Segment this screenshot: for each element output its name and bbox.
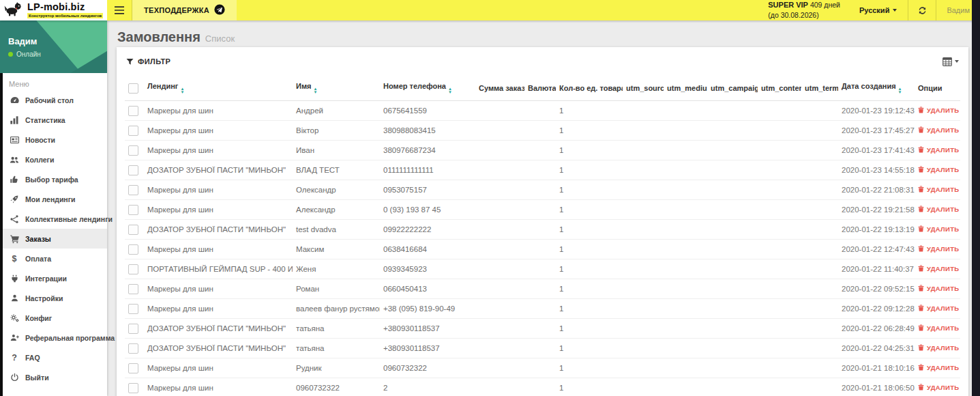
cell-utm-source: [623, 121, 664, 141]
sidebar-item-label: Коллективные лендинги: [25, 215, 113, 223]
delete-button[interactable]: УДАЛИТЬ: [918, 166, 959, 173]
sidebar-item-cart[interactable]: Заказы: [0, 229, 107, 249]
trash-icon: [918, 126, 924, 133]
cell-name: ВЛАД ТЕСТ: [293, 160, 380, 180]
hamburger-menu-icon[interactable]: [107, 0, 132, 20]
sidebar-item-share[interactable]: Коллективные лендинги: [0, 209, 107, 229]
select-all-checkbox[interactable]: [128, 83, 138, 94]
cell-options: УДАЛИТЬ: [915, 101, 960, 121]
cell-phone: 0675641559: [380, 101, 475, 121]
row-checkbox[interactable]: [128, 126, 138, 136]
column-header-label: utm_campaign: [711, 84, 758, 92]
row-checkbox[interactable]: [128, 383, 138, 393]
delete-button[interactable]: УДАЛИТЬ: [918, 206, 959, 213]
filter-button[interactable]: ФИЛЬТР: [126, 57, 170, 66]
cell-name: Иван: [293, 141, 380, 160]
cell-utm-campaign: [707, 319, 758, 339]
delete-button[interactable]: УДАЛИТЬ: [918, 225, 959, 233]
cell-options: УДАЛИТЬ: [915, 378, 960, 396]
cell-landing: Маркеры для шин: [144, 200, 293, 220]
scrollbar[interactable]: [972, 0, 980, 396]
cell-utm-medium: [664, 141, 707, 160]
trash-icon: [918, 324, 924, 331]
app-logo[interactable]: LP-mobi.biz Конструктор мобильных лендин…: [0, 0, 107, 20]
sidebar-item-dollar[interactable]: $ Оплата: [0, 249, 107, 268]
delete-button[interactable]: УДАЛИТЬ: [918, 305, 959, 312]
cell-phone: 0111111111111: [380, 160, 475, 180]
cell-phone: +380930118537: [380, 319, 475, 339]
delete-button[interactable]: УДАЛИТЬ: [918, 126, 959, 134]
sidebar-item-person[interactable]: Настройки: [0, 288, 107, 308]
row-checkbox[interactable]: [128, 324, 138, 334]
bar-chart-icon: [9, 115, 20, 126]
row-checkbox[interactable]: [128, 185, 138, 195]
delete-button[interactable]: УДАЛИТЬ: [918, 186, 959, 193]
cell-utm-medium: [664, 200, 707, 220]
cell-currency: [524, 220, 556, 240]
row-checkbox[interactable]: [128, 363, 138, 373]
cell-utm-medium: [664, 259, 707, 279]
row-checkbox[interactable]: [128, 343, 138, 354]
sidebar-item-label: Оплата: [25, 255, 51, 263]
row-checkbox[interactable]: [128, 225, 138, 235]
row-checkbox[interactable]: [128, 106, 138, 116]
row-checkbox[interactable]: [128, 284, 138, 294]
delete-button[interactable]: УДАЛИТЬ: [918, 324, 959, 332]
sidebar-item-news[interactable]: Новости: [0, 130, 107, 150]
language-selector[interactable]: Русский: [848, 0, 908, 20]
cell-utm-term: [801, 200, 838, 220]
sort-icon[interactable]: ▲▼: [898, 87, 902, 94]
delete-button[interactable]: УДАЛИТЬ: [918, 265, 959, 272]
sidebar-item-label: Мои лендинги: [25, 195, 76, 203]
cell-utm-source: [623, 299, 664, 319]
row-checkbox[interactable]: [128, 145, 138, 156]
sidebar-item-rocket[interactable]: Мои лендинги: [0, 189, 107, 209]
checkbox-cell: [125, 339, 144, 358]
cell-utm-content: [758, 101, 801, 121]
cell-currency: [524, 358, 556, 378]
sidebar-item-gears[interactable]: Конфиг: [0, 308, 107, 328]
row-checkbox[interactable]: [128, 304, 138, 314]
sidebar-item-plug[interactable]: Интеграции: [0, 268, 107, 288]
sort-icon[interactable]: ▲▼: [313, 87, 317, 94]
share-icon: [9, 214, 20, 225]
sidebar-item-dashboard[interactable]: Рабочий стол: [0, 90, 107, 110]
sort-icon[interactable]: ▲▼: [448, 87, 452, 94]
sidebar-item-label: FAQ: [25, 354, 40, 362]
delete-button[interactable]: УДАЛИТЬ: [918, 245, 959, 253]
cell-utm-term: [801, 378, 838, 396]
row-checkbox[interactable]: [128, 165, 138, 175]
cell-created-date: 2020-01-23 17:41:43: [838, 141, 915, 160]
delete-button[interactable]: УДАЛИТЬ: [918, 285, 959, 292]
column-header[interactable]: Номер телефона▲▼: [380, 76, 475, 101]
delete-button[interactable]: УДАЛИТЬ: [918, 384, 959, 391]
column-header[interactable]: Имя▲▼: [293, 76, 380, 101]
columns-toggle-button[interactable]: [942, 57, 959, 66]
sidebar-item-users[interactable]: Коллеги: [0, 150, 107, 169]
refresh-button[interactable]: [908, 0, 936, 20]
row-checkbox[interactable]: [128, 264, 138, 274]
sidebar-user-name: Вадим: [8, 36, 37, 46]
sidebar-item-thumb-up[interactable]: Выбор тарифа: [0, 169, 107, 189]
delete-button[interactable]: УДАЛИТЬ: [918, 146, 959, 154]
column-header[interactable]: Дата создания▲▼: [838, 76, 915, 101]
delete-button[interactable]: УДАЛИТЬ: [918, 364, 959, 371]
cell-order-sum: [475, 240, 524, 259]
sort-icon[interactable]: ▲▼: [180, 87, 184, 94]
sidebar-item-question[interactable]: ? FAQ: [0, 348, 107, 367]
delete-button[interactable]: УДАЛИТЬ: [918, 344, 959, 352]
sidebar-item-bar-chart[interactable]: Статистика: [0, 110, 107, 130]
cell-utm-content: [758, 378, 801, 396]
sidebar-item-person-plus[interactable]: Реферальная программа: [0, 328, 107, 348]
column-header[interactable]: Лендинг▲▼: [144, 76, 293, 101]
cell-utm-content: [758, 200, 801, 220]
delete-label: УДАЛИТЬ: [927, 225, 959, 233]
row-checkbox[interactable]: [128, 244, 138, 255]
cell-quantity: 1: [556, 160, 623, 180]
table-row: Маркеры для шин Віктор 380988083415 1 20…: [125, 121, 960, 141]
delete-button[interactable]: УДАЛИТЬ: [918, 107, 959, 114]
sidebar-item-power[interactable]: Выйти: [0, 367, 107, 387]
tech-support-button[interactable]: ТЕХПОДДЕРЖКА: [132, 0, 237, 20]
column-header: utm_term: [801, 76, 838, 101]
row-checkbox[interactable]: [128, 205, 138, 215]
